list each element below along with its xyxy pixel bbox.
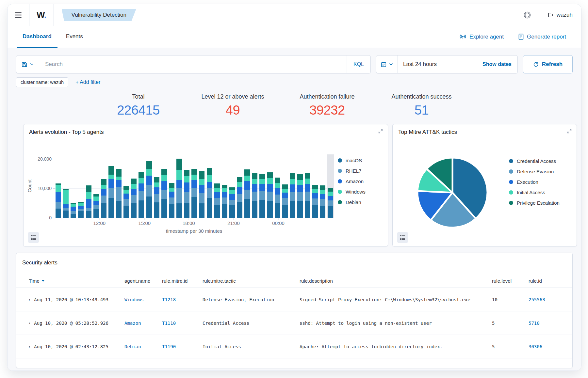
bar[interactable] [214, 183, 220, 218]
bar[interactable] [252, 173, 257, 218]
expand-row-icon[interactable]: › [29, 297, 30, 302]
bar[interactable] [161, 169, 167, 218]
legend-toggle-button[interactable] [28, 232, 39, 243]
wazuh-logo[interactable]: W. [29, 4, 54, 26]
bar[interactable] [275, 178, 280, 218]
bar[interactable] [169, 183, 174, 218]
rule-id-link[interactable]: 255563 [529, 297, 572, 302]
add-filter-button[interactable]: + Add filter [75, 79, 100, 85]
bar[interactable] [191, 169, 197, 218]
agent-name-link[interactable]: Amazon [124, 321, 162, 326]
bar[interactable] [328, 188, 333, 218]
explore-agent-button[interactable]: Explore agent [459, 34, 504, 40]
column-agent-name[interactable]: agent.name [124, 278, 162, 284]
bar[interactable] [93, 194, 99, 218]
column-rule-mitre-id[interactable]: rule.mitre.id [162, 278, 203, 284]
breadcrumb[interactable]: Vulnerability Detection [62, 9, 137, 21]
bar[interactable] [146, 161, 152, 218]
expand-row-icon[interactable]: › [29, 321, 30, 325]
mitre-id-link[interactable]: T1190 [162, 344, 203, 349]
bar[interactable] [199, 171, 204, 218]
bar[interactable] [259, 174, 265, 218]
expand-row-icon[interactable]: › [29, 344, 30, 349]
bar[interactable] [320, 185, 325, 218]
bar[interactable] [101, 179, 106, 218]
tab-events[interactable]: Events [60, 26, 89, 48]
logout-button[interactable]: wazuh [539, 12, 581, 18]
legend-item[interactable]: Amazon [338, 179, 366, 184]
expand-icon[interactable] [567, 129, 572, 134]
bar[interactable] [154, 177, 159, 218]
x-axis-line [55, 218, 334, 218]
legend-item[interactable]: Initial Access [509, 190, 560, 195]
legend-item[interactable]: macOS [338, 158, 366, 163]
bar[interactable] [297, 174, 303, 218]
refresh-button[interactable]: Refresh [523, 55, 573, 73]
bar[interactable] [290, 173, 295, 218]
bar[interactable] [282, 184, 288, 218]
agent-name-link[interactable]: Windows [124, 297, 162, 302]
column-rule-level[interactable]: rule.level [492, 278, 529, 284]
show-dates-button[interactable]: Show dates [477, 61, 517, 67]
bar[interactable] [78, 202, 84, 218]
bar-segment [191, 188, 197, 197]
legend-item[interactable]: RHEL7 [338, 168, 366, 174]
generate-report-button[interactable]: Generate report [518, 34, 566, 40]
bar[interactable] [229, 187, 235, 218]
table-row[interactable]: ›Aug 10, 2020 @ 02:43:12.825DebianT1190I… [16, 335, 572, 358]
bar[interactable] [267, 172, 273, 218]
bar[interactable] [305, 173, 310, 218]
column-rule-id[interactable]: rule.id [529, 278, 572, 284]
bar[interactable] [71, 203, 76, 218]
bar[interactable] [237, 177, 242, 218]
legend-item[interactable]: Privilege Escalation [509, 200, 560, 206]
legend-label: RHEL7 [346, 168, 361, 174]
mitre-id-link[interactable]: T1218 [162, 297, 203, 302]
column-time[interactable]: Time [29, 278, 124, 284]
bar[interactable] [63, 189, 69, 218]
time-range-value[interactable]: Last 24 hours [398, 61, 477, 68]
saved-queries-button[interactable] [16, 55, 39, 73]
kql-button[interactable]: KQL [347, 55, 370, 73]
expand-icon[interactable] [378, 129, 383, 134]
bar[interactable] [116, 169, 122, 218]
table-row[interactable]: ›Aug 11, 2020 @ 10:13:49.493WindowsT1218… [16, 288, 572, 311]
calendar-button[interactable] [376, 55, 398, 73]
bar[interactable] [131, 179, 137, 218]
tab-dashboard[interactable]: Dashboard [17, 26, 57, 48]
legend-item[interactable]: Defense Evasion [509, 169, 560, 174]
bar[interactable] [244, 169, 250, 218]
bar[interactable] [86, 185, 91, 218]
legend-item[interactable]: Windows [338, 189, 366, 195]
pie-chart[interactable] [413, 153, 492, 232]
filter-chip[interactable]: cluster.name: wazuh [16, 77, 68, 87]
bar-segment [229, 190, 235, 194]
legend-item[interactable]: Credential Access [509, 158, 560, 164]
rule-id-link[interactable]: 5710 [529, 321, 572, 326]
table-row[interactable]: ›Aug 10, 2020 @ 05:28:52.926AmazonT1110C… [16, 311, 572, 335]
bar-segment [207, 175, 212, 182]
agent-name-link[interactable]: Debian [124, 344, 162, 349]
bar-segment [282, 189, 288, 193]
bar[interactable] [207, 168, 212, 218]
bar[interactable] [176, 159, 182, 218]
logo-text: W. [37, 10, 46, 20]
legend-toggle-button[interactable] [397, 232, 408, 243]
legend-item[interactable]: Debian [338, 199, 366, 205]
column-rule-mitre-tactic[interactable]: rule.mitre.tactic [203, 278, 300, 284]
bar[interactable] [56, 183, 61, 218]
legend-item[interactable]: Execution [509, 179, 560, 185]
search-input[interactable]: Search [39, 61, 347, 68]
bar[interactable] [184, 170, 189, 218]
menu-button[interactable] [8, 4, 29, 26]
bar[interactable] [312, 185, 318, 218]
bar[interactable] [123, 186, 129, 218]
bar-segment [123, 186, 129, 190]
bar[interactable] [222, 185, 227, 218]
rule-id-link[interactable]: 30306 [529, 344, 572, 349]
bar[interactable] [108, 166, 114, 218]
mitre-id-link[interactable]: T1110 [162, 321, 203, 326]
column-rule-description[interactable]: rule.description [300, 278, 492, 284]
bar[interactable] [139, 172, 144, 218]
theme-button[interactable] [516, 4, 539, 26]
